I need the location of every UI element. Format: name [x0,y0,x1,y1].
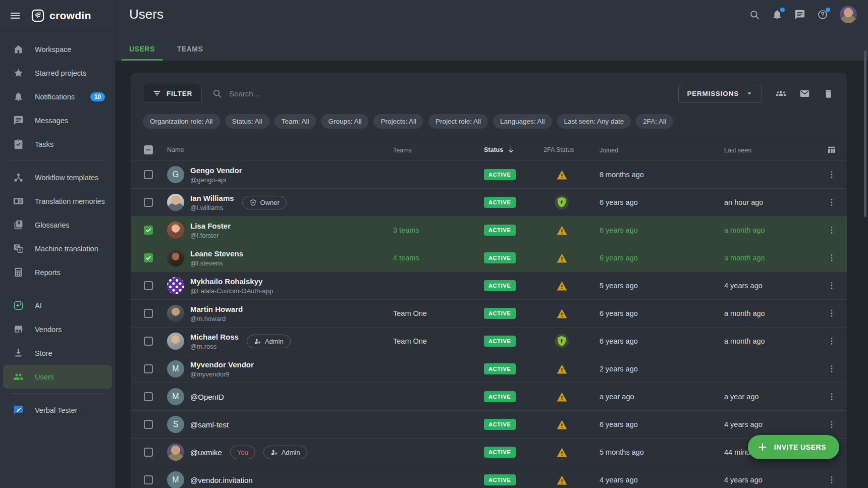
sidebar-item-ai[interactable]: AI [0,294,115,317]
sidebar-item-messages[interactable]: Messages [0,109,115,132]
row-checkbox[interactable] [144,309,153,318]
filter-chip[interactable]: Projects: All [373,114,423,129]
row-checkbox[interactable] [144,337,153,346]
user-name-block: Ian Williams@i.williams [190,194,234,211]
sidebar-item-reports[interactable]: Reports [0,260,115,284]
admin-badge: Admin [263,446,307,459]
filter-chip[interactable]: 2FA: All [636,114,673,129]
row-menu-icon[interactable] [827,392,837,402]
row-menu-icon[interactable] [827,281,837,291]
user-handle[interactable]: @vendor.invitation [190,476,253,484]
search-input[interactable] [228,89,373,98]
menu-icon[interactable] [9,10,21,22]
user-handle[interactable]: @saml-test [190,420,229,429]
select-all-checkbox[interactable] [144,145,153,154]
sidebar-item-glossaries[interactable]: Glossaries [0,213,115,237]
row-checkbox[interactable] [144,170,153,179]
tab-teams[interactable]: TEAMS [175,45,205,61]
user-handle: @gengo-api [190,176,242,184]
user-handle[interactable]: @uxmike [190,448,222,457]
sidebar-item-store[interactable]: Store [0,341,115,365]
column-header-2fa[interactable]: 2FA Status [544,146,574,153]
filter-chip[interactable]: Organization role: All [143,114,220,129]
sort-desc-icon [507,146,515,154]
page-scrollbar[interactable] [864,50,866,217]
filter-chip[interactable]: Languages: All [493,114,552,129]
notifications-button[interactable] [772,9,783,20]
sidebar-item-starred-projects[interactable]: Starred projects [0,61,115,85]
manage-groups-button[interactable] [776,88,786,99]
column-header-joined[interactable]: Joined [600,147,618,154]
row-checkbox[interactable] [144,420,153,429]
user-avatar[interactable] [840,6,857,23]
messages-button[interactable] [794,9,805,20]
column-header-teams[interactable]: Teams [393,147,412,154]
last-seen-value: a year ago [724,393,817,401]
row-checkbox[interactable] [144,392,153,401]
2fa-protected-icon [554,334,569,349]
user-name[interactable]: Michael Ross [190,333,239,341]
sidebar-item-users[interactable]: Users [3,365,112,389]
permissions-button[interactable]: PERMISSIONS [678,84,762,103]
filter-chip[interactable]: Groups: All [321,114,368,129]
invite-users-label: INVITE USERS [774,443,826,451]
row-checkbox[interactable] [144,475,153,484]
sidebar-item-workspace[interactable]: Workspace [0,37,115,61]
sidebar-item-workflow-templates[interactable]: Workflow templates [0,166,115,189]
user-name[interactable]: Ian Williams [190,194,234,202]
row-menu-icon[interactable] [827,197,837,207]
row-checkbox[interactable] [144,226,153,235]
row-menu-icon[interactable] [827,475,837,485]
sidebar-item-vendors[interactable]: Vendors [0,317,115,341]
user-handle[interactable]: @OpenID [190,393,224,401]
row-menu-icon[interactable] [827,253,837,263]
teams-value[interactable]: 3 teams [393,226,419,234]
row-checkbox[interactable] [144,253,153,262]
row-checkbox[interactable] [144,198,153,207]
sidebar-item-translation-memories[interactable]: Translation memories [0,189,115,213]
user-name[interactable]: Gengo Vendor [190,166,242,175]
user-name[interactable]: Leane Stevens [190,249,243,258]
filter-chip[interactable]: Project role: All [428,114,488,129]
column-header-name[interactable]: Name [167,146,184,153]
filter-chip[interactable]: Status: All [225,114,269,129]
sidebar-item-tasks[interactable]: Tasks [0,132,115,156]
row-menu-icon[interactable] [827,364,837,374]
search-button[interactable] [749,9,760,20]
column-header-status[interactable]: Status [484,146,540,154]
row-checkbox[interactable] [144,364,153,373]
help-button[interactable] [817,9,828,20]
filter-chip[interactable]: Last seen: Any date [557,114,631,129]
row-menu-icon[interactable] [827,336,837,346]
toolbar-actions [776,88,834,99]
sidebar-item-machine-translation[interactable]: GMachine translation [0,237,115,260]
you-badge: You [230,446,255,459]
user-name[interactable]: Lisa Foster [190,222,231,230]
row-menu-icon[interactable] [827,308,837,318]
user-name[interactable]: Martin Howard [190,305,243,313]
filter-chip[interactable]: Team: All [275,114,316,129]
row-checkbox[interactable] [144,448,153,457]
row-menu-icon[interactable] [827,419,837,429]
sidebar-item-notifications[interactable]: Notifications10 [0,85,115,109]
search-box[interactable] [212,88,373,98]
email-button[interactable] [799,88,810,99]
status-badge: ACTIVE [484,225,516,236]
delete-button[interactable] [823,88,834,99]
row-menu-icon[interactable] [827,225,837,235]
tab-users[interactable]: USERS [127,45,157,61]
row-menu-icon[interactable] [827,170,837,180]
crowdin-logo[interactable]: crowdin [31,9,91,22]
user-name[interactable]: Myvendor Vendor [190,360,254,369]
teams-value[interactable]: 4 teams [393,254,419,262]
sidebar-item-verbal-tester[interactable]: Verbal Tester [0,398,115,422]
column-header-last-seen[interactable]: Last seen [724,147,751,154]
columns-icon[interactable] [827,145,837,155]
brand-name: crowdin [49,10,91,22]
invite-users-button[interactable]: INVITE USERS [748,435,839,459]
status-badge: ACTIVE [484,447,516,458]
user-name[interactable]: Mykhailo Rohalskyy [190,277,273,286]
last-seen-value: a month ago [724,309,817,317]
filter-button[interactable]: FILTER [143,84,202,103]
row-checkbox[interactable] [144,281,153,290]
